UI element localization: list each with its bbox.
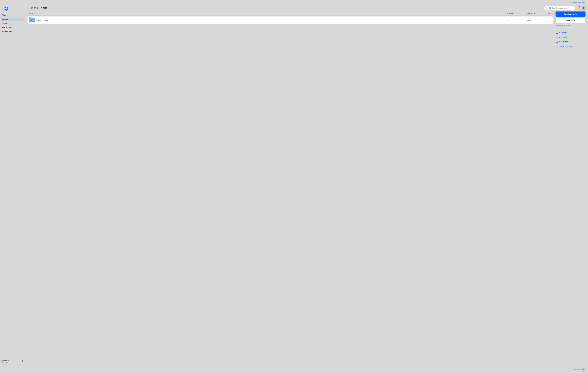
svg-rect-1 (556, 33, 558, 34)
access-info: Only you have access (556, 24, 586, 27)
notification-dot (579, 6, 580, 7)
col-header-actions[interactable]: ⊞ ▼ (544, 12, 552, 14)
col-header-members[interactable]: Members ▼ (526, 12, 544, 14)
star-icon: ★ (570, 1, 572, 3)
sidebar-account-toggle[interactable]: ▲ ▼ (22, 360, 23, 363)
svg-point-4 (556, 46, 557, 47)
upload-folder-icon (556, 36, 558, 39)
share-folder-button[interactable]: Share folder (556, 18, 586, 23)
sidebar-files-title: Files (0, 13, 25, 18)
breadcrumb-separator: › (39, 7, 40, 9)
sidebar-account-sub: Only you (2, 361, 9, 363)
members-dropdown-icon: ▼ (534, 13, 535, 14)
table-row[interactable]: 🧩 Rakuten Kobo -- Only you ··· (28, 17, 553, 24)
topbar: ★ Upgrade account (0, 0, 588, 4)
search-input[interactable] (552, 7, 573, 9)
avatar-icon: 👤 (582, 7, 585, 9)
sidebar: ‹ Files My files Shared File requests (0, 4, 25, 366)
sidebar-item-shared[interactable]: Shared (1, 22, 24, 25)
sidebar-nav: My files Shared File requests Deleted fi… (0, 18, 25, 33)
upload-folder-link[interactable]: Upload folder (556, 36, 586, 39)
breadcrumb-current: Apps (41, 6, 47, 10)
search-folder-icon (549, 7, 551, 9)
file-modified: -- (506, 19, 526, 21)
upload-files-icon (556, 31, 558, 34)
bottom-more-button[interactable]: ··· (569, 369, 572, 371)
file-more-button[interactable]: ··· (548, 19, 552, 22)
upload-folder-label: Upload folder (559, 36, 570, 38)
avatar-button[interactable]: 👤 (581, 6, 586, 10)
new-folder-icon (556, 40, 558, 43)
sidebar-account-name: Personal (2, 359, 9, 361)
sidebar-bottom: Personal Only you ▲ ▼ (0, 358, 25, 364)
file-name: Rakuten Kobo (36, 19, 506, 21)
sidebar-collapse-button[interactable]: ‹ (2, 8, 3, 10)
search-icon: 🔍 (546, 7, 548, 9)
help-button[interactable]: ? (581, 368, 585, 372)
new-folder-label: New folder (559, 41, 568, 43)
create-new-file-button[interactable]: Create new file (556, 11, 586, 17)
upgrade-label: Upgrade account (573, 1, 585, 3)
folder-icon: 🧩 (29, 18, 35, 22)
main-content: Dropbox › Apps 🔍 🔔 👤 (25, 4, 588, 366)
table-header: Name ↑ Modified ▼ Members ▼ ⊞ ▼ (28, 11, 553, 15)
header: Dropbox › Apps 🔍 🔔 👤 (25, 4, 588, 11)
breadcrumb: Dropbox › Apps (28, 6, 47, 10)
dropbox-logo (4, 7, 9, 11)
content-area: Name ↑ Modified ▼ Members ▼ ⊞ ▼ (25, 11, 588, 366)
header-right: 🔍 🔔 👤 (544, 6, 586, 10)
right-panel: Create new file Share folder Only you ha… (553, 11, 586, 366)
sidebar-item-my-files[interactable]: My files (1, 18, 24, 21)
action-links: Upload files Upload folder (556, 30, 586, 49)
view-dropdown-icon: ▼ (550, 13, 552, 14)
sidebar-logo: ‹ (0, 7, 25, 13)
modified-dropdown-icon: ▼ (513, 13, 514, 14)
privacy-link[interactable]: Privacy (574, 369, 579, 371)
search-bar[interactable]: 🔍 (544, 6, 575, 10)
main-layout: ‹ Files My files Shared File requests (0, 4, 588, 366)
show-deleted-link[interactable]: Show deleted files (556, 45, 586, 48)
file-table: Name ↑ Modified ▼ Members ▼ ⊞ ▼ (28, 11, 553, 366)
folder-puzzle-icon: 🧩 (31, 19, 33, 21)
show-deleted-label: Show deleted files (559, 45, 574, 47)
col-header-modified[interactable]: Modified ▼ (506, 12, 526, 14)
file-actions: ··· (544, 19, 552, 22)
notification-wrap: 🔔 (577, 7, 580, 10)
upgrade-link[interactable]: ★ Upgrade account (570, 1, 585, 3)
show-deleted-icon (556, 45, 558, 48)
bottom-bar: ··· Privacy ? (0, 366, 588, 373)
breadcrumb-dropbox[interactable]: Dropbox (28, 6, 38, 10)
col-header-name[interactable]: Name ↑ (29, 12, 506, 14)
sidebar-item-file-requests[interactable]: File requests (1, 26, 24, 29)
upload-files-label: Upload files (559, 32, 568, 34)
file-icon-wrap: 🧩 (29, 18, 35, 23)
help-icon: ? (583, 369, 584, 371)
sidebar-account-row: Personal Only you ▲ ▼ (2, 359, 23, 363)
file-members: Only you (526, 19, 544, 21)
new-folder-link[interactable]: New folder (556, 40, 586, 43)
sidebar-item-deleted-files[interactable]: Deleted files (1, 30, 24, 33)
upload-files-link[interactable]: Upload files (556, 31, 586, 34)
name-sort-icon: ↑ (34, 13, 35, 14)
